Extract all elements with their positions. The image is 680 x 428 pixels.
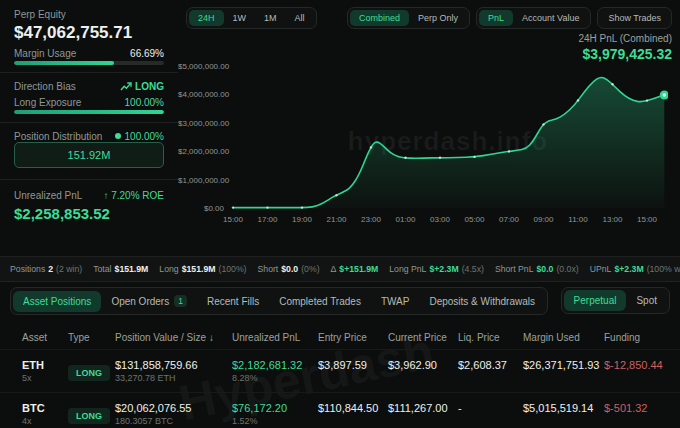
position-distribution-value: 100.00% [125,131,164,142]
col-entry-price[interactable]: Entry Price [318,332,388,343]
x-tick-label: 13:00 [602,215,622,224]
tab-open-orders[interactable]: Open Orders1 [101,290,197,312]
x-tick-label: 01:00 [395,215,415,224]
x-tick-label: 15:00 [637,215,657,224]
long-exposure-label: Long Exposure [14,97,81,108]
open-orders-badge: 1 [174,295,187,307]
range-all-button[interactable]: All [286,10,314,26]
summary-long: Long$151.9M(100%) [159,264,246,274]
summary-upnl: UPnL$+2.3M(100% win) [590,264,680,274]
x-tick-label: 09:00 [533,215,553,224]
y-tick-label: $5,000,000.00 [178,62,224,71]
position-distribution-label: Position Distribution [14,131,102,142]
tab-twap[interactable]: TWAP [371,291,420,312]
perp-equity-value: $47,062,755.71 [14,23,132,43]
table-header: Asset Type Position Value / Size↓ Unreal… [0,325,680,349]
tab-perpetual[interactable]: Perpetual [564,290,627,311]
view-group: PnL Account Value [476,7,591,29]
margin-usage-label: Margin Usage [14,48,76,59]
position-distribution-box-value: 151.92M [68,149,111,161]
positions-summary-bar: Positions2(2 win) Total$151.9M Long$151.… [0,256,680,282]
combined-button[interactable]: Combined [350,10,409,26]
tab-asset-positions[interactable]: Asset Positions [13,291,101,312]
roe-value: 7.20% ROE [111,190,164,201]
summary-short: Short$0.0(0%) [258,264,320,274]
current-price: $111,267.00 [388,402,458,414]
perp-only-button[interactable]: Perp Only [409,10,467,26]
y-tick-label: $0.00 [178,204,224,213]
col-current-price[interactable]: Current Price [388,332,458,343]
pnl-chart-panel: 24H 1W 1M All Combined Perp Only PnL Acc… [178,0,680,250]
position-value: $20,062,076.55 [115,402,232,414]
tab-completed-trades[interactable]: Completed Trades [269,291,371,312]
entry-price: $3,897.59 [318,359,388,371]
long-exposure-bar-fill [14,110,164,114]
range-1w-button[interactable]: 1W [224,10,256,26]
position-distribution-box[interactable]: 151.92M [14,142,164,168]
x-tick-label: 23:00 [361,215,381,224]
direction-bias-value: LONG [135,81,164,92]
range-1m-button[interactable]: 1M [255,10,286,26]
x-tick-label: 19:00 [292,215,312,224]
funding: $-501.32 [604,402,680,414]
col-liq-price[interactable]: Liq. Price [458,332,523,343]
unrealized-pnl: $2,182,681.32 [232,359,318,371]
range-24h-button[interactable]: 24H [189,10,224,26]
asset-leverage: 4x [22,416,68,426]
margin-used: $26,371,751.93 [523,359,604,371]
liq-price: - [458,402,523,414]
y-tick-label: $1,000,000.00 [178,176,224,185]
unrealized-pnl-value: $2,258,853.52 [14,205,110,222]
position-value: $131,858,759.66 [115,359,232,371]
margin-usage-value: 66.69% [130,48,164,59]
tab-recent-fills[interactable]: Recent Fills [197,291,269,312]
table-row-btc[interactable]: BTC4x LONG $20,062,076.55180.3057 BTC $7… [0,392,680,428]
col-margin-used[interactable]: Margin Used [523,332,604,343]
account-value-button[interactable]: Account Value [513,10,588,26]
show-trades-button[interactable]: Show Trades [597,7,672,29]
asset-leverage: 5x [22,373,68,383]
col-asset[interactable]: Asset [22,332,68,343]
x-tick-label: 11:00 [568,215,587,224]
col-type[interactable]: Type [68,332,115,343]
y-tick-label: $4,000,000.00 [178,90,224,99]
asset-symbol: BTC [22,402,68,414]
col-funding[interactable]: Funding [604,332,680,343]
col-position-value[interactable]: Position Value / Size↓ [115,332,232,343]
unrealized-pnl-pct: 8.28% [232,373,318,383]
pnl-readout-label: 24H PnL (Combined) [578,33,672,44]
margin-used: $5,015,519.14 [523,402,604,414]
sidebar-divider [0,122,178,123]
table-row-eth[interactable]: ETH5x LONG $131,858,759.6633,270.78 ETH … [0,349,680,392]
roe-arrow-icon: ↑ [103,190,108,201]
x-tick-label: 15:00 [223,215,243,224]
portfolio-sidebar: Perp Equity $47,062,755.71 Margin Usage … [0,0,178,250]
endpoint-dot-core [663,93,667,97]
pnl-area-fill [233,78,664,208]
x-tick-label: 17:00 [257,215,277,224]
unrealized-pnl: $76,172.20 [232,402,318,414]
pnl-view-button[interactable]: PnL [479,10,513,26]
long-exposure-bar [14,110,164,114]
liq-price: $2,608.37 [458,359,523,371]
pnl-readout: 24H PnL (Combined) $3,979,425.32 [578,33,672,62]
current-price: $3,962.90 [388,359,458,371]
mode-group: Combined Perp Only [347,7,470,29]
market-type-tabs: Perpetual Spot [561,287,670,314]
y-tick-label: $3,000,000.00 [178,119,224,128]
summary-total: Total$151.9M [93,264,148,274]
asset-symbol: ETH [22,359,68,371]
asset-positions-table: Asset Type Position Value / Size↓ Unreal… [0,325,680,428]
unrealized-pnl-label: Unrealized PnL [14,190,82,201]
time-range-group: 24H 1W 1M All [186,7,317,29]
trend-up-icon [120,82,132,91]
tab-deposits-withdrawals[interactable]: Deposits & Withdrawals [419,291,545,312]
col-unrealized-pnl[interactable]: Unrealized PnL [232,332,318,343]
summary-positions: Positions2(2 win) [10,264,82,274]
position-size: 180.3057 BTC [115,416,232,426]
margin-usage-bar [14,61,164,65]
tab-spot[interactable]: Spot [626,290,667,311]
positions-tabs: Asset Positions Open Orders1 Recent Fill… [10,287,548,315]
pnl-area-chart[interactable] [228,60,668,210]
distribution-dot-icon [115,133,121,139]
